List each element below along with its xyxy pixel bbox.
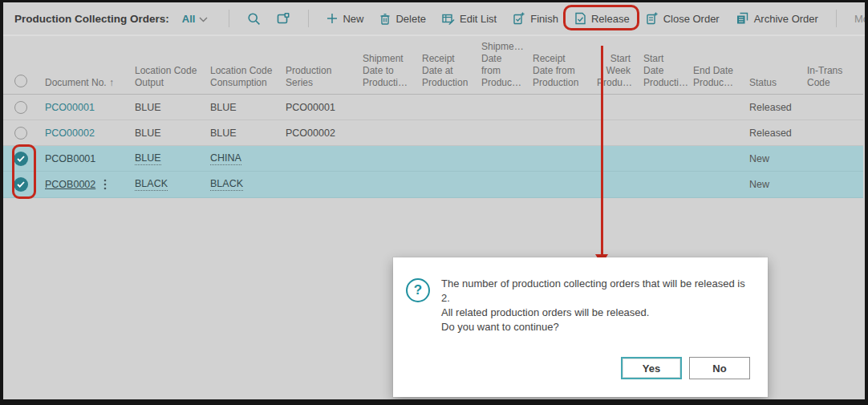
delete-button-label: Delete <box>395 13 426 25</box>
row-select-cell <box>3 152 39 166</box>
archive-order-button[interactable]: Archive Order <box>736 12 818 25</box>
document-link[interactable]: PCO00001 <box>45 102 95 113</box>
yes-button[interactable]: Yes <box>621 357 682 379</box>
release-button-annotated: Release <box>574 12 630 25</box>
cell-location-consumption[interactable]: BLUE <box>204 128 279 139</box>
delete-button[interactable]: Delete <box>379 13 426 25</box>
dialog-message: The number of production collecting orde… <box>441 277 750 334</box>
status-value: New <box>749 179 769 190</box>
cell-production-series[interactable]: PCO00001 <box>279 102 356 113</box>
dialog-body: ? The number of production collecting or… <box>393 257 768 334</box>
table-row-selected[interactable]: PCOB0001 BLUE CHINA New <box>3 146 863 172</box>
table-row-selected[interactable]: PCOB0002 BLACK BLACK New <box>3 172 863 198</box>
document-link[interactable]: PCOB0002 <box>45 179 95 190</box>
column-header-document-no[interactable]: Document No. ↑ <box>39 77 128 94</box>
screenshot-frame: Production Collecting Orders: All New <box>0 0 868 405</box>
row-menu-ellipsis-icon[interactable] <box>103 179 107 190</box>
row-checkbox[interactable] <box>14 101 27 114</box>
chevron-down-icon <box>199 11 208 26</box>
view-filter-dropdown[interactable]: All <box>182 11 209 26</box>
select-all-cell <box>3 75 39 94</box>
status-value: Released <box>749 102 792 113</box>
finish-button-label: Finish <box>530 13 558 25</box>
column-header-receipt-date-from[interactable]: Receipt Date from Production <box>526 53 590 94</box>
editable-value[interactable]: BLACK <box>210 178 243 191</box>
close-order-button[interactable]: Close Order <box>646 12 720 25</box>
release-icon <box>574 12 586 25</box>
column-header-status[interactable]: Status <box>743 77 801 94</box>
column-header-shipment-date-to[interactable]: Shipment Date to Producti… <box>356 53 416 94</box>
cell-production-series[interactable]: PCO00002 <box>279 128 356 139</box>
archive-order-icon <box>736 12 749 25</box>
cell-location-output[interactable]: BLUE <box>128 128 204 139</box>
edit-list-icon <box>442 13 455 25</box>
column-header-receipt-date-at[interactable]: Receipt Date at Production <box>416 53 475 94</box>
new-button[interactable]: New <box>327 13 363 25</box>
editable-value[interactable]: BLACK <box>135 178 168 191</box>
archive-order-button-label: Archive Order <box>754 13 818 25</box>
table-header-row: Document No. ↑ Location Code Output Loca… <box>3 36 863 95</box>
cell-document-no: PCO00002 <box>39 128 128 139</box>
row-checkbox[interactable] <box>14 127 27 140</box>
page-title: Production Collecting Orders: <box>14 13 169 25</box>
view-filter-value[interactable]: All <box>182 13 196 25</box>
action-toolbar: Production Collecting Orders: All New <box>3 2 865 36</box>
cell-location-output[interactable]: BLUE <box>128 102 204 113</box>
more-options-button[interactable]: More options <box>854 13 868 25</box>
status-value: New <box>749 153 769 164</box>
check-circle-icon[interactable] <box>14 152 28 166</box>
close-order-icon <box>646 12 659 25</box>
column-header-shipment-date-from[interactable]: Shipme… Date from Produc… <box>475 41 526 94</box>
finish-icon <box>513 12 525 25</box>
release-button[interactable]: Release <box>574 12 630 25</box>
cell-location-output: BLACK <box>128 178 204 191</box>
search-button[interactable] <box>247 12 261 26</box>
column-header-start-date[interactable]: Start Date Producti… <box>637 53 687 94</box>
row-select-cell <box>3 101 39 114</box>
cell-document-no: PCO00001 <box>39 102 128 113</box>
cell-status: Released <box>743 128 801 139</box>
cell-document-no: PCOB0001 <box>39 153 128 164</box>
finish-button[interactable]: Finish <box>513 12 558 25</box>
app-window: Production Collecting Orders: All New <box>3 2 865 399</box>
orders-list: Document No. ↑ Location Code Output Loca… <box>3 36 863 198</box>
column-header-location-output[interactable]: Location Code Output <box>128 65 204 94</box>
column-header-end-date[interactable]: End Date Produc… <box>687 65 743 94</box>
edit-list-button-label: Edit List <box>460 13 497 25</box>
cell-status: New <box>743 153 801 164</box>
dialog-message-line-3: Do you want to continue? <box>441 320 750 334</box>
dialog-message-line-2: All related production orders will be re… <box>441 306 750 320</box>
search-icon <box>247 12 261 26</box>
edit-list-button[interactable]: Edit List <box>442 13 497 25</box>
editable-value[interactable]: CHINA <box>210 152 241 165</box>
document-link[interactable]: PCOB0001 <box>45 153 95 164</box>
status-value: Released <box>749 128 792 139</box>
cell-status: New <box>743 179 801 190</box>
plus-icon <box>327 13 338 24</box>
no-button[interactable]: No <box>689 357 750 379</box>
cell-location-consumption[interactable]: BLUE <box>204 102 279 113</box>
row-select-cell <box>3 127 39 140</box>
column-header-in-transit[interactable]: In-Trans Code <box>801 65 863 94</box>
document-link[interactable]: PCO00002 <box>45 128 95 139</box>
editable-value[interactable]: BLUE <box>135 152 161 165</box>
check-circle-icon[interactable] <box>14 177 28 192</box>
confirmation-dialog: ? The number of production collecting or… <box>393 257 768 397</box>
table-row[interactable]: PCO00001 BLUE BLUE PCO00001 Released <box>3 95 863 120</box>
cell-document-no: PCOB0002 <box>39 179 128 190</box>
select-all-checkbox[interactable] <box>14 75 27 87</box>
dialog-buttons: Yes No <box>393 357 768 397</box>
column-header-production-series[interactable]: Production Series <box>279 65 356 94</box>
trash-icon <box>379 13 391 25</box>
release-button-label: Release <box>591 13 630 25</box>
analyze-button[interactable] <box>277 12 290 26</box>
table-row[interactable]: PCO00002 BLUE BLUE PCO00002 Released <box>3 120 863 146</box>
dialog-message-line-1: The number of production collecting orde… <box>441 277 750 306</box>
column-header-start-week[interactable]: Start Week Produ… <box>590 53 637 94</box>
cell-location-output: BLUE <box>128 152 204 165</box>
row-select-cell <box>3 177 39 192</box>
column-header-location-consumption[interactable]: Location Code Consumption <box>204 65 279 94</box>
question-icon: ? <box>406 278 430 302</box>
toolbar-divider <box>836 10 837 27</box>
cell-location-consumption: CHINA <box>204 152 279 165</box>
